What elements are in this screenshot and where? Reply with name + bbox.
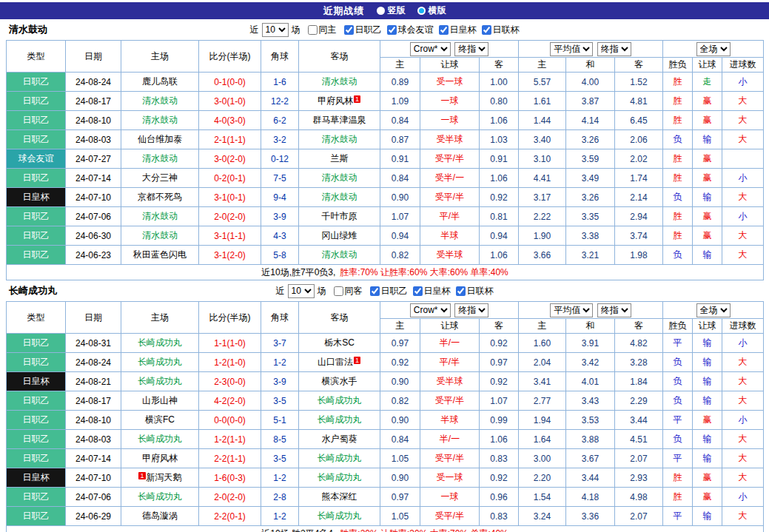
corner-score: 3-5	[261, 449, 299, 468]
avg-away-odds: 2.14	[615, 188, 663, 207]
team-label: 长崎成功丸	[318, 472, 362, 482]
same-venue-checkbox[interactable]	[334, 286, 343, 296]
summary-stats: 胜率:70% 让胜率:60% 大率:60% 单率:40%	[340, 267, 508, 277]
summary-row: 近10场,胜2平4负4,胜率:20% 让胜率:30% 大率:70% 单率:40%	[7, 526, 764, 532]
ah-away-odds: 0.92	[480, 468, 519, 488]
vertical-radio[interactable]	[377, 7, 385, 15]
recent-count-select[interactable]: 10	[262, 23, 289, 37]
away-team: 清水鼓动	[299, 246, 380, 265]
avg-home-odds: 1.64	[519, 430, 566, 449]
average-stage-select[interactable]: 终指	[597, 303, 631, 317]
away-team: 长崎成功丸	[299, 449, 380, 468]
avg-home-odds: 1.60	[519, 334, 566, 353]
layout-option-horizontal[interactable]: 横版	[417, 4, 446, 17]
near-label: 近	[276, 285, 285, 297]
avg-home-odds: 2.22	[519, 207, 566, 226]
score: 4-0(3-0)	[199, 111, 261, 130]
team-label: 大分三神	[142, 172, 178, 183]
ah-home-odds: 0.82	[380, 391, 420, 411]
league-checkbox-1[interactable]	[387, 25, 397, 35]
team-label: 德岛漩涡	[142, 511, 178, 521]
league-checkbox-3[interactable]	[482, 25, 491, 35]
ah-home-odds: 0.97	[380, 488, 420, 507]
match-row: 日职乙24-08-24长崎成功丸1-2(1-0)1-2山口雷法10.92平/半0…	[7, 353, 764, 372]
avg-draw-odds: 3.21	[566, 246, 615, 265]
bookmaker-stage-select[interactable]: 终指	[454, 42, 488, 56]
ah-home-odds: 0.90	[380, 468, 420, 488]
avg-draw-odds: 3.26	[566, 188, 615, 207]
same-venue-filter: 同客	[334, 285, 363, 297]
result-goals: 大	[722, 468, 764, 488]
ah-away-odds: 0.92	[480, 188, 519, 207]
score: 3-0(1-0)	[199, 92, 261, 111]
same-venue-checkbox[interactable]	[308, 25, 318, 35]
result-wdl: 胜	[663, 207, 693, 226]
bookmaker-select[interactable]: Crow*	[410, 42, 451, 56]
result-goals: 小	[722, 411, 764, 430]
ah-line: 平/半	[420, 353, 480, 372]
away-team: 长崎成功丸	[299, 507, 380, 526]
corner-score: 12-2	[261, 92, 299, 111]
scope-select[interactable]: 全场	[696, 42, 731, 56]
result-handicap: 输	[693, 449, 722, 468]
ah-away-odds: 1.03	[480, 130, 519, 149]
header-ah-home: 主	[380, 58, 420, 73]
avg-away-odds: 4.82	[615, 334, 663, 353]
away-team: 清水鼓动	[299, 188, 380, 207]
score: 2-2(0-1)	[199, 507, 261, 526]
away-team: 横滨水手	[299, 372, 380, 391]
match-date: 24-06-23	[66, 246, 121, 265]
ah-away-odds: 1.06	[480, 430, 519, 449]
recent-count-select[interactable]: 10	[288, 284, 315, 298]
avg-draw-odds: 3.44	[566, 468, 615, 488]
league-checkbox-0[interactable]	[344, 25, 354, 35]
header-ah-away: 客	[480, 319, 519, 334]
league-filter: 日职乙	[370, 285, 408, 297]
home-team: 鹿儿岛联	[121, 73, 199, 92]
league-type-cell: 日职乙	[7, 111, 66, 130]
summary-stats: 胜率:20% 让胜率:30% 大率:70% 单率:40%	[340, 528, 508, 532]
match-date: 24-08-10	[66, 411, 121, 430]
team-label: 横滨FC	[145, 414, 175, 425]
avg-home-odds: 1.90	[519, 226, 566, 246]
header-scope-group: 全场	[663, 41, 764, 58]
filter-bar: 近 10 场 同主 日职乙球会友谊日皇杯日联杯	[250, 23, 520, 37]
result-goals: 小	[722, 207, 764, 226]
average-stage-select[interactable]: 终指	[597, 42, 631, 56]
league-checkbox-2[interactable]	[439, 25, 449, 35]
result-goals: 大	[722, 449, 764, 468]
league-type-cell: 日职乙	[7, 391, 66, 411]
result-wdl: 胜	[663, 226, 693, 246]
ah-line: 半/一	[420, 334, 480, 353]
horizontal-radio[interactable]	[417, 7, 426, 15]
ah-home-odds: 0.94	[380, 226, 420, 246]
league-checkbox-0[interactable]	[370, 286, 380, 296]
avg-home-odds: 2.04	[519, 353, 566, 372]
result-handicap: 赢	[693, 488, 722, 507]
match-date: 24-07-06	[66, 488, 121, 507]
away-team: 清水鼓动	[299, 73, 380, 92]
layout-option-vertical[interactable]: 竖版	[377, 4, 406, 17]
league-checkbox-1[interactable]	[413, 286, 423, 296]
league-type-cell: 日职乙	[7, 246, 66, 265]
scope-select[interactable]: 全场	[696, 303, 731, 317]
match-row: 日职乙24-07-14大分三神0-2(0-1)7-5清水鼓动0.84受半/一1.…	[7, 169, 764, 188]
league-filters: 日职乙球会友谊日皇杯日联杯	[339, 24, 520, 36]
ah-home-odds: 0.84	[380, 169, 420, 188]
score: 1-1(1-0)	[199, 334, 261, 353]
avg-draw-odds: 3.87	[566, 92, 615, 111]
average-select[interactable]: 平均值	[550, 42, 593, 56]
same-venue-label: 同客	[345, 285, 363, 297]
ah-home-odds: 0.89	[380, 73, 420, 92]
home-team: 长崎成功丸	[121, 372, 199, 391]
result-wdl: 负	[663, 188, 693, 207]
league-checkbox-2[interactable]	[456, 286, 466, 296]
bookmaker-select[interactable]: Crow*	[410, 303, 451, 317]
corner-score: 1-2	[261, 507, 299, 526]
result-handicap: 赢	[693, 411, 722, 430]
avg-away-odds: 2.07	[615, 449, 663, 468]
team-label: 长崎成功丸	[138, 376, 182, 386]
average-select[interactable]: 平均值	[550, 303, 593, 317]
bookmaker-stage-select[interactable]: 终指	[454, 303, 488, 317]
summary-lead: 近10场,胜7平0负3,	[261, 267, 335, 277]
